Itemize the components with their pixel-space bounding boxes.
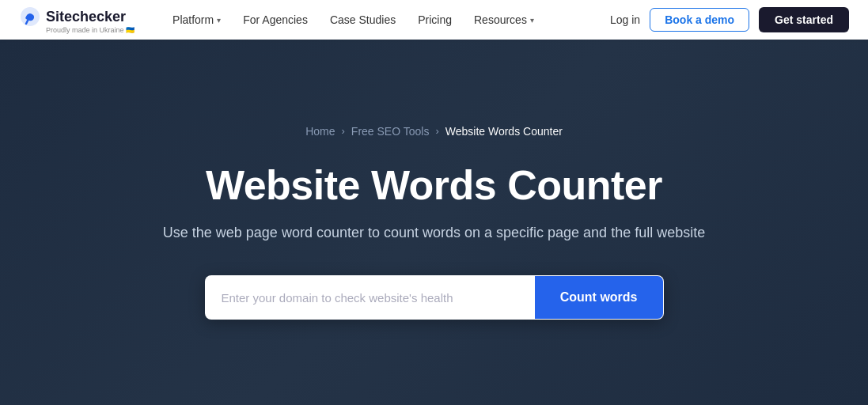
nav-case-studies[interactable]: Case Studies <box>330 13 396 26</box>
nav-right: Log in Book a demo Get started <box>610 7 849 32</box>
nav-for-agencies[interactable]: For Agencies <box>243 13 308 26</box>
nav-platform[interactable]: Platform ▾ <box>172 13 221 26</box>
breadcrumb-separator: › <box>342 125 345 137</box>
nav-links: Platform ▾ For Agencies Case Studies Pri… <box>172 13 585 26</box>
nav-resources[interactable]: Resources ▾ <box>474 13 534 26</box>
hero-section: Home › Free SEO Tools › Website Words Co… <box>0 40 868 405</box>
logo-subtitle: Proudly made in Ukraine 🇺🇦 <box>46 26 135 34</box>
hero-subtitle: Use the web page word counter to count w… <box>163 222 705 244</box>
logo-text: Sitechecker <box>46 9 126 25</box>
breadcrumb-separator: › <box>435 125 438 137</box>
breadcrumb: Home › Free SEO Tools › Website Words Co… <box>305 125 563 138</box>
search-form: Count words <box>205 275 664 320</box>
book-demo-button[interactable]: Book a demo <box>650 8 749 32</box>
chevron-down-icon: ▾ <box>217 16 221 25</box>
domain-search-input[interactable] <box>206 277 535 319</box>
chevron-down-icon: ▾ <box>530 16 534 25</box>
breadcrumb-seo-tools[interactable]: Free SEO Tools <box>351 125 430 138</box>
count-words-button[interactable]: Count words <box>535 276 663 319</box>
nav-pricing[interactable]: Pricing <box>418 13 452 26</box>
get-started-button[interactable]: Get started <box>759 7 849 32</box>
login-button[interactable]: Log in <box>610 13 640 26</box>
breadcrumb-home[interactable]: Home <box>305 125 335 138</box>
page-title: Website Words Counter <box>206 163 662 208</box>
logo-icon <box>19 6 41 28</box>
logo-area[interactable]: Sitechecker Proudly made in Ukraine 🇺🇦 <box>19 6 135 34</box>
breadcrumb-current: Website Words Counter <box>445 125 563 138</box>
navbar: Sitechecker Proudly made in Ukraine 🇺🇦 P… <box>0 0 868 40</box>
